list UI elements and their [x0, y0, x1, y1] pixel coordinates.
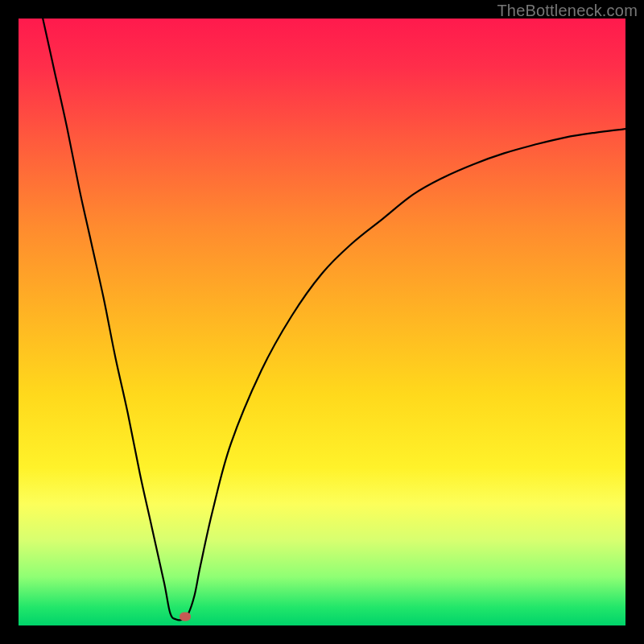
bottleneck-curve	[19, 19, 625, 625]
curve-path	[43, 19, 625, 620]
watermark-text: TheBottleneck.com	[497, 2, 638, 20]
chart-plot-area	[19, 19, 625, 625]
optimal-point-marker	[180, 612, 191, 621]
